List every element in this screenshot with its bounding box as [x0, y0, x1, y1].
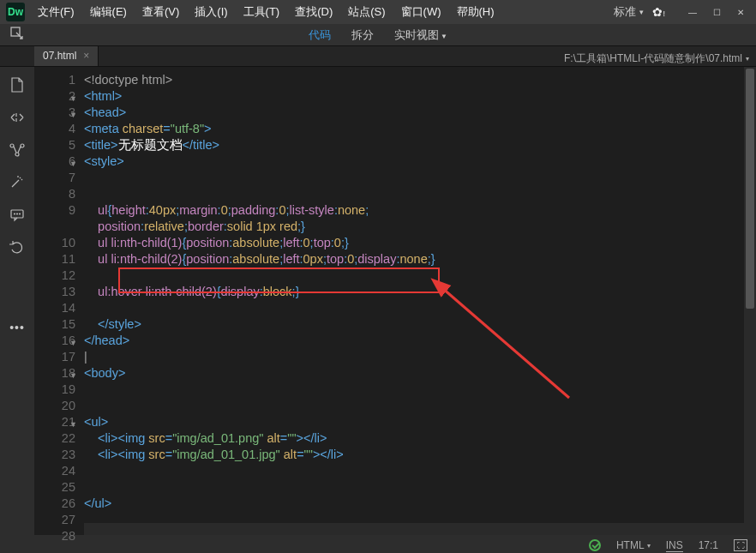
refresh-icon[interactable]	[8, 238, 27, 257]
menu-item[interactable]: 站点(S)	[341, 1, 392, 23]
tab-bar: 07.html × F:\工具箱\HTMLI-代码随意制作\07.html▾	[0, 46, 756, 67]
horizontal-scrollbar[interactable]	[84, 523, 744, 535]
live-view-button[interactable]: 实时视图▼	[394, 27, 447, 43]
svg-point-6	[17, 213, 18, 214]
workspace-switcher[interactable]: 标准▾	[614, 4, 644, 20]
cursor-position: 17:1	[699, 539, 718, 551]
status-ok-icon	[589, 539, 601, 551]
menu-item[interactable]: 工具(T)	[237, 1, 287, 23]
more-icon[interactable]: •••	[9, 321, 25, 334]
file-path: F:\工具箱\HTMLI-代码随意制作\07.html▾	[564, 51, 756, 66]
split-view-button[interactable]: 拆分	[351, 27, 374, 43]
tree-icon[interactable]	[8, 141, 27, 159]
view-toolbar: 代码 拆分 实时视图▼	[0, 24, 756, 46]
status-bar: HTML▾ INS 17:1 ⛶	[0, 535, 756, 553]
titlebar: Dw 文件(F)编辑(E)查看(V)插入(I)工具(T)查找(D)站点(S)窗口…	[0, 0, 756, 24]
menu-item[interactable]: 编辑(E)	[83, 1, 134, 23]
insert-mode[interactable]: INS	[666, 539, 683, 552]
comment-icon[interactable]	[8, 206, 27, 225]
close-button[interactable]: ✕	[729, 3, 753, 21]
file-tab[interactable]: 07.html ×	[34, 45, 99, 66]
svg-point-7	[20, 213, 21, 214]
code-editor[interactable]: 12▼3▼456▼78910111213141516▼1718▼192021▼2…	[34, 67, 756, 535]
minimize-button[interactable]: —	[681, 3, 705, 21]
inspect-icon[interactable]	[10, 27, 24, 43]
tab-name: 07.html	[43, 50, 76, 62]
line-gutter: 12▼3▼456▼78910111213141516▼1718▼192021▼2…	[34, 67, 84, 535]
code-content[interactable]: <!doctype html><html><head><meta charset…	[84, 67, 756, 535]
tab-close-icon[interactable]: ×	[83, 50, 89, 62]
vertical-scrollbar[interactable]	[744, 67, 756, 535]
menu-item[interactable]: 窗口(W)	[394, 1, 448, 23]
menu-item[interactable]: 查看(V)	[135, 1, 186, 23]
svg-point-3	[15, 153, 19, 156]
menu-item[interactable]: 帮助(H)	[450, 1, 501, 23]
svg-point-5	[15, 213, 15, 214]
menu-item[interactable]: 查找(D)	[288, 1, 339, 23]
menubar: 文件(F)编辑(E)查看(V)插入(I)工具(T)查找(D)站点(S)窗口(W)…	[31, 1, 501, 23]
screen-size-icon[interactable]: ⛶	[734, 539, 747, 551]
wand-icon[interactable]	[8, 173, 27, 192]
side-toolbar: •••	[0, 67, 34, 535]
code-view-button[interactable]: 代码	[309, 27, 331, 43]
settings-icon[interactable]: ✿!	[652, 5, 665, 19]
maximize-button[interactable]: ☐	[705, 3, 729, 21]
menu-item[interactable]: 文件(F)	[31, 1, 81, 23]
svg-point-1	[10, 144, 14, 147]
language-indicator[interactable]: HTML▾	[616, 539, 651, 551]
css-icon[interactable]	[8, 108, 27, 127]
file-icon[interactable]	[8, 75, 27, 94]
menu-item[interactable]: 插入(I)	[188, 1, 234, 23]
svg-point-2	[21, 144, 24, 147]
app-logo: Dw	[0, 3, 31, 21]
